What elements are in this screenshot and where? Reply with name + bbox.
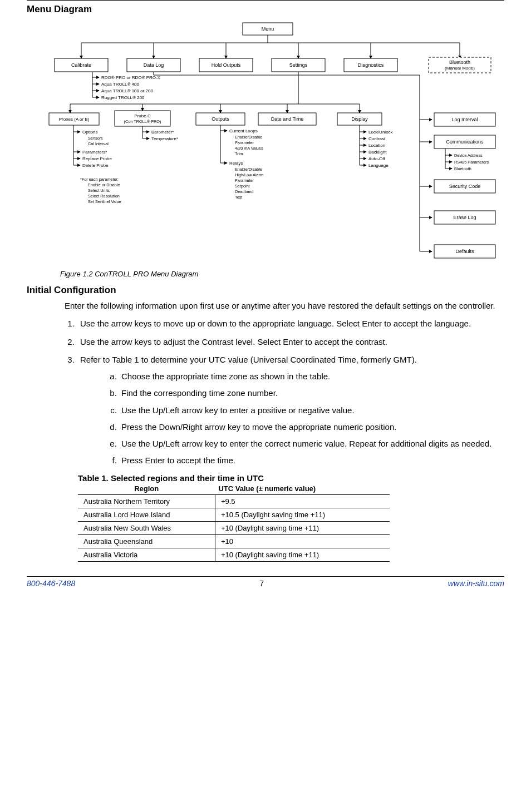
svg-text:Device Address: Device Address (454, 153, 483, 158)
intro-text: Enter the following information upon fir… (65, 300, 504, 311)
svg-text:Backlight: Backlight (368, 150, 387, 155)
svg-text:Rugged TROLL® 200: Rugged TROLL® 200 (101, 95, 145, 100)
svg-text:Setpoint: Setpoint (235, 184, 250, 189)
svg-text:Aqua TROLL® 400: Aqua TROLL® 400 (101, 82, 140, 87)
svg-text:Enable/Disable: Enable/Disable (235, 135, 262, 140)
svg-text:RDO® PRO or RDO® PRO-X: RDO® PRO or RDO® PRO-X (101, 75, 161, 80)
table-header-value: UTC Value (± numeric value) (215, 483, 390, 495)
svg-text:Sensors: Sensors (88, 136, 103, 141)
svg-text:Options: Options (82, 130, 98, 135)
svg-text:Aqua TROLL® 100 or 200: Aqua TROLL® 100 or 200 (101, 88, 153, 93)
svg-text:Test: Test (235, 195, 242, 200)
heading-initial-config: Initial Configuration (27, 285, 504, 296)
svg-text:Security Code: Security Code (449, 184, 481, 189)
svg-text:Select Resolution: Select Resolution (88, 194, 120, 199)
svg-text:(Manual Mode): (Manual Mode) (445, 66, 475, 71)
svg-text:Current Loops: Current Loops (229, 128, 258, 133)
svg-text:Defaults: Defaults (455, 249, 474, 254)
step-3f: Press Enter to accept the time. (119, 455, 504, 466)
svg-text:Parameters*: Parameters* (82, 150, 107, 155)
table-title: Table 1. Selected regions and their time… (78, 473, 504, 483)
svg-text:Probe C: Probe C (134, 113, 151, 118)
svg-text:Diagnostics: Diagnostics (358, 62, 384, 68)
svg-text:Enable or Disable: Enable or Disable (88, 182, 120, 187)
svg-text:Date and Time: Date and Time (271, 116, 304, 122)
svg-text:Contrast: Contrast (368, 136, 386, 141)
svg-text:Communications: Communications (446, 139, 484, 145)
table-header-region: Region (78, 483, 215, 495)
svg-text:Display: Display (351, 116, 368, 122)
svg-text:4/20 mA Values: 4/20 mA Values (235, 146, 263, 151)
svg-text:Replace Probe: Replace Probe (82, 156, 112, 161)
figure-caption: Figure 1.2 ConTROLL PRO Menu Diagram (60, 270, 504, 278)
svg-text:Relays: Relays (229, 161, 243, 166)
table-row: Australia Lord Howe Island+10.5 (Dayligh… (78, 508, 390, 521)
svg-text:High/Low Alarm: High/Low Alarm (235, 172, 263, 177)
step-3e: Use the Up/Left arrow key to enter the c… (119, 438, 504, 449)
svg-text:Language: Language (368, 163, 389, 168)
svg-text:Bluetooth: Bluetooth (454, 166, 471, 171)
svg-text:Temperature*: Temperature* (151, 136, 178, 141)
step-1: Use the arrow keys to move up or down to… (77, 318, 504, 329)
svg-text:RS485 Parameters: RS485 Parameters (454, 160, 489, 165)
svg-text:Location: Location (368, 143, 385, 148)
svg-text:Calibrate: Calibrate (71, 62, 91, 68)
svg-text:Lock/Unlock: Lock/Unlock (368, 130, 394, 135)
footer-phone: 800-446-7488 (27, 579, 75, 588)
footer-url: www.in-situ.com (448, 579, 504, 588)
step-2: Use the arrow keys to adjust the Contras… (77, 336, 504, 348)
step-3-text: Refer to Table 1 to determine your UTC v… (80, 355, 417, 364)
footer-page: 7 (75, 579, 448, 588)
utc-table: Region UTC Value (± numeric value) Austr… (78, 483, 390, 562)
step-3d: Press the Down/Right arrow key to move t… (119, 422, 504, 433)
step-3: Refer to Table 1 to determine your UTC v… (77, 354, 504, 467)
svg-text:Cal Interval: Cal Interval (88, 141, 109, 146)
table-row: Australia Queensland+10 (78, 534, 390, 548)
svg-text:Hold Outputs: Hold Outputs (212, 62, 241, 68)
svg-text:Parameter: Parameter (235, 140, 254, 145)
svg-text:Parameter: Parameter (235, 178, 254, 183)
svg-text:Bluetooth: Bluetooth (449, 60, 470, 65)
svg-text:Delete Probe: Delete Probe (82, 163, 109, 168)
svg-text:Settings: Settings (289, 62, 308, 68)
table-row: Australia Northern Territory+9.5 (78, 494, 390, 508)
page-footer: 800-446-7488 7 www.in-situ.com (27, 576, 504, 588)
step-3c: Use the Up/Left arrow key to enter a pos… (119, 405, 504, 416)
table-row: Australia New South Wales+10 (Daylight s… (78, 521, 390, 534)
svg-text:Auto-Off: Auto-Off (368, 156, 385, 161)
svg-text:Trim: Trim (235, 151, 243, 156)
svg-text:Set Sentinel Value: Set Sentinel Value (88, 199, 121, 204)
menu-diagram: .box { fill:#fff; stroke:#000; stroke-wi… (48, 19, 499, 264)
svg-text:Barometer*: Barometer* (151, 130, 174, 135)
svg-text:Enable/Disable: Enable/Disable (235, 167, 262, 172)
svg-text:Data Log: Data Log (144, 62, 164, 68)
svg-text:Probes (A or B): Probes (A or B) (59, 117, 90, 122)
heading-menu-diagram: Menu Diagram (27, 4, 504, 15)
svg-text:Erase Log: Erase Log (453, 215, 476, 220)
svg-text:Menu: Menu (262, 26, 274, 32)
svg-text:Outputs: Outputs (212, 116, 229, 122)
svg-text:*For each parameter:: *For each parameter: (80, 177, 119, 182)
svg-text:(Con TROLL® PRO): (Con TROLL® PRO) (124, 119, 161, 124)
svg-text:Log Interval: Log Interval (451, 117, 478, 122)
table-row: Australia Victoria+10 (Daylight saving t… (78, 548, 390, 561)
step-3b: Find the corresponding time zone number. (119, 388, 504, 399)
svg-text:Deadband: Deadband (235, 189, 254, 194)
svg-text:Select Units: Select Units (88, 188, 110, 193)
step-3a: Choose the appropriate time zone as show… (119, 371, 504, 382)
